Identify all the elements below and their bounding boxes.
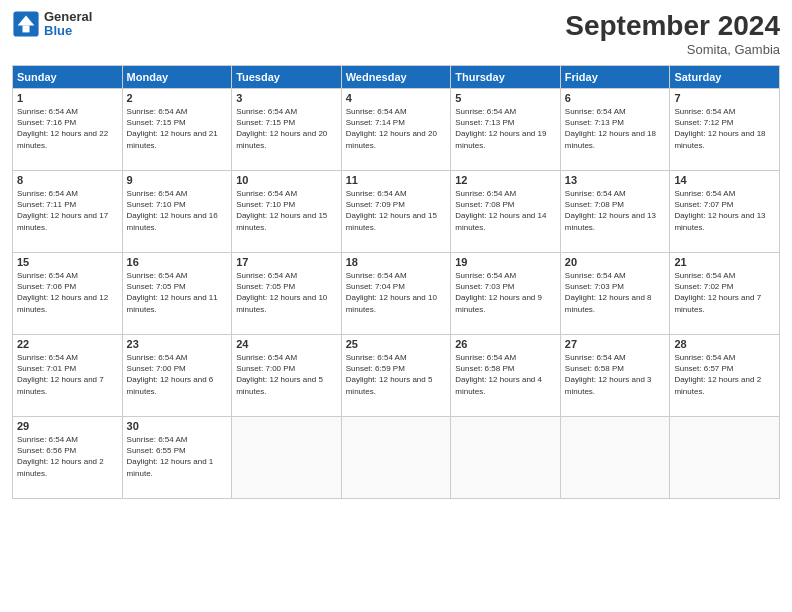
day-info: Sunrise: 6:54 AM Sunset: 7:02 PM Dayligh… (674, 270, 775, 315)
day-number: 10 (236, 174, 337, 186)
day-info: Sunrise: 6:54 AM Sunset: 7:05 PM Dayligh… (236, 270, 337, 315)
table-row: 25 Sunrise: 6:54 AM Sunset: 6:59 PM Dayl… (341, 335, 451, 417)
table-row: 3 Sunrise: 6:54 AM Sunset: 7:15 PM Dayli… (232, 89, 342, 171)
header-monday: Monday (122, 66, 232, 89)
weekday-header-row: Sunday Monday Tuesday Wednesday Thursday… (13, 66, 780, 89)
table-row (451, 417, 561, 499)
calendar-row: 1 Sunrise: 6:54 AM Sunset: 7:16 PM Dayli… (13, 89, 780, 171)
calendar-row: 29 Sunrise: 6:54 AM Sunset: 6:56 PM Dayl… (13, 417, 780, 499)
day-info: Sunrise: 6:54 AM Sunset: 7:04 PM Dayligh… (346, 270, 447, 315)
table-row: 27 Sunrise: 6:54 AM Sunset: 6:58 PM Dayl… (560, 335, 670, 417)
table-row: 28 Sunrise: 6:54 AM Sunset: 6:57 PM Dayl… (670, 335, 780, 417)
table-row: 21 Sunrise: 6:54 AM Sunset: 7:02 PM Dayl… (670, 253, 780, 335)
day-info: Sunrise: 6:54 AM Sunset: 6:58 PM Dayligh… (455, 352, 556, 397)
title-block: September 2024 Somita, Gambia (565, 10, 780, 57)
day-info: Sunrise: 6:54 AM Sunset: 7:12 PM Dayligh… (674, 106, 775, 151)
table-row: 10 Sunrise: 6:54 AM Sunset: 7:10 PM Dayl… (232, 171, 342, 253)
table-row (341, 417, 451, 499)
calendar-container: General Blue September 2024 Somita, Gamb… (0, 0, 792, 612)
day-info: Sunrise: 6:54 AM Sunset: 6:58 PM Dayligh… (565, 352, 666, 397)
table-row: 8 Sunrise: 6:54 AM Sunset: 7:11 PM Dayli… (13, 171, 123, 253)
month-title: September 2024 (565, 10, 780, 42)
day-info: Sunrise: 6:54 AM Sunset: 7:13 PM Dayligh… (455, 106, 556, 151)
header-friday: Friday (560, 66, 670, 89)
table-row: 23 Sunrise: 6:54 AM Sunset: 7:00 PM Dayl… (122, 335, 232, 417)
day-number: 26 (455, 338, 556, 350)
table-row: 19 Sunrise: 6:54 AM Sunset: 7:03 PM Dayl… (451, 253, 561, 335)
header-saturday: Saturday (670, 66, 780, 89)
day-info: Sunrise: 6:54 AM Sunset: 7:09 PM Dayligh… (346, 188, 447, 233)
day-info: Sunrise: 6:54 AM Sunset: 7:07 PM Dayligh… (674, 188, 775, 233)
day-number: 27 (565, 338, 666, 350)
day-info: Sunrise: 6:54 AM Sunset: 7:05 PM Dayligh… (127, 270, 228, 315)
svg-rect-2 (23, 26, 30, 33)
table-row: 7 Sunrise: 6:54 AM Sunset: 7:12 PM Dayli… (670, 89, 780, 171)
table-row: 30 Sunrise: 6:54 AM Sunset: 6:55 PM Dayl… (122, 417, 232, 499)
table-row: 17 Sunrise: 6:54 AM Sunset: 7:05 PM Dayl… (232, 253, 342, 335)
day-info: Sunrise: 6:54 AM Sunset: 7:14 PM Dayligh… (346, 106, 447, 151)
day-info: Sunrise: 6:54 AM Sunset: 7:06 PM Dayligh… (17, 270, 118, 315)
day-number: 11 (346, 174, 447, 186)
day-number: 20 (565, 256, 666, 268)
table-row: 20 Sunrise: 6:54 AM Sunset: 7:03 PM Dayl… (560, 253, 670, 335)
day-info: Sunrise: 6:54 AM Sunset: 7:00 PM Dayligh… (127, 352, 228, 397)
table-row: 18 Sunrise: 6:54 AM Sunset: 7:04 PM Dayl… (341, 253, 451, 335)
day-info: Sunrise: 6:54 AM Sunset: 6:57 PM Dayligh… (674, 352, 775, 397)
day-number: 3 (236, 92, 337, 104)
table-row: 11 Sunrise: 6:54 AM Sunset: 7:09 PM Dayl… (341, 171, 451, 253)
day-number: 9 (127, 174, 228, 186)
day-number: 19 (455, 256, 556, 268)
day-number: 29 (17, 420, 118, 432)
header-thursday: Thursday (451, 66, 561, 89)
day-number: 12 (455, 174, 556, 186)
day-info: Sunrise: 6:54 AM Sunset: 6:59 PM Dayligh… (346, 352, 447, 397)
day-info: Sunrise: 6:54 AM Sunset: 7:11 PM Dayligh… (17, 188, 118, 233)
day-number: 28 (674, 338, 775, 350)
day-number: 4 (346, 92, 447, 104)
day-number: 13 (565, 174, 666, 186)
table-row: 13 Sunrise: 6:54 AM Sunset: 7:08 PM Dayl… (560, 171, 670, 253)
table-row: 6 Sunrise: 6:54 AM Sunset: 7:13 PM Dayli… (560, 89, 670, 171)
table-row: 12 Sunrise: 6:54 AM Sunset: 7:08 PM Dayl… (451, 171, 561, 253)
logo: General Blue (12, 10, 92, 39)
header-sunday: Sunday (13, 66, 123, 89)
day-number: 1 (17, 92, 118, 104)
table-row: 5 Sunrise: 6:54 AM Sunset: 7:13 PM Dayli… (451, 89, 561, 171)
day-number: 17 (236, 256, 337, 268)
logo-general: General (44, 10, 92, 24)
calendar-row: 15 Sunrise: 6:54 AM Sunset: 7:06 PM Dayl… (13, 253, 780, 335)
calendar-table: Sunday Monday Tuesday Wednesday Thursday… (12, 65, 780, 499)
logo-text: General Blue (44, 10, 92, 39)
day-info: Sunrise: 6:54 AM Sunset: 7:15 PM Dayligh… (236, 106, 337, 151)
header: General Blue September 2024 Somita, Gamb… (12, 10, 780, 57)
table-row (670, 417, 780, 499)
location: Somita, Gambia (565, 42, 780, 57)
table-row: 16 Sunrise: 6:54 AM Sunset: 7:05 PM Dayl… (122, 253, 232, 335)
day-info: Sunrise: 6:54 AM Sunset: 7:08 PM Dayligh… (565, 188, 666, 233)
day-info: Sunrise: 6:54 AM Sunset: 7:03 PM Dayligh… (565, 270, 666, 315)
day-number: 5 (455, 92, 556, 104)
day-info: Sunrise: 6:54 AM Sunset: 7:10 PM Dayligh… (127, 188, 228, 233)
logo-blue: Blue (44, 24, 92, 38)
day-number: 23 (127, 338, 228, 350)
calendar-row: 8 Sunrise: 6:54 AM Sunset: 7:11 PM Dayli… (13, 171, 780, 253)
day-number: 21 (674, 256, 775, 268)
day-info: Sunrise: 6:54 AM Sunset: 7:16 PM Dayligh… (17, 106, 118, 151)
table-row: 4 Sunrise: 6:54 AM Sunset: 7:14 PM Dayli… (341, 89, 451, 171)
header-tuesday: Tuesday (232, 66, 342, 89)
day-number: 30 (127, 420, 228, 432)
table-row (232, 417, 342, 499)
header-wednesday: Wednesday (341, 66, 451, 89)
table-row: 14 Sunrise: 6:54 AM Sunset: 7:07 PM Dayl… (670, 171, 780, 253)
day-number: 2 (127, 92, 228, 104)
day-number: 16 (127, 256, 228, 268)
day-number: 8 (17, 174, 118, 186)
day-info: Sunrise: 6:54 AM Sunset: 7:00 PM Dayligh… (236, 352, 337, 397)
day-number: 24 (236, 338, 337, 350)
day-info: Sunrise: 6:54 AM Sunset: 6:56 PM Dayligh… (17, 434, 118, 479)
day-info: Sunrise: 6:54 AM Sunset: 7:10 PM Dayligh… (236, 188, 337, 233)
calendar-row: 22 Sunrise: 6:54 AM Sunset: 7:01 PM Dayl… (13, 335, 780, 417)
day-info: Sunrise: 6:54 AM Sunset: 7:01 PM Dayligh… (17, 352, 118, 397)
day-info: Sunrise: 6:54 AM Sunset: 7:15 PM Dayligh… (127, 106, 228, 151)
day-number: 18 (346, 256, 447, 268)
